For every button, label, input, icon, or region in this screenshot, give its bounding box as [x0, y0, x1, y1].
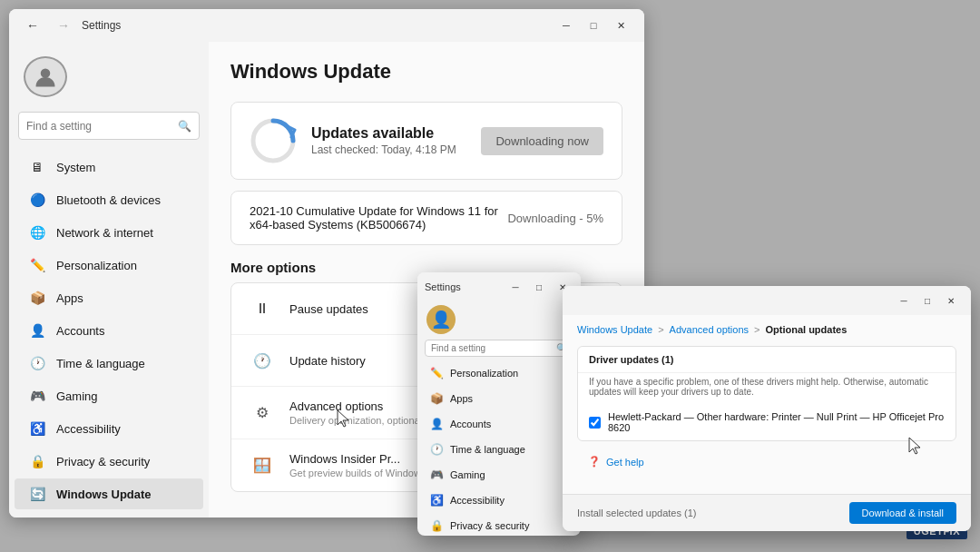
sidebar-item-label: Apps	[56, 291, 83, 305]
sidebar-item-privacy[interactable]: 🔒 Privacy & security	[15, 446, 203, 477]
sidebar-item-sm-accessibility[interactable]: ♿ Accessibility	[421, 488, 577, 512]
search-input[interactable]	[26, 120, 178, 133]
label: Gaming	[450, 469, 485, 480]
privacy-icon: 🔒	[29, 453, 45, 469]
page-title: Windows Update	[230, 60, 622, 84]
sidebar-item-label: Accounts	[56, 324, 104, 338]
minimize-btn-opt[interactable]: ─	[893, 290, 915, 311]
install-button[interactable]: Download & install	[849, 502, 957, 524]
sidebar-item-sm-accounts[interactable]: 👤 Accounts	[421, 412, 577, 436]
sidebar-item-gaming[interactable]: 🎮 Gaming	[15, 380, 203, 411]
sidebar-item-label: Network & internet	[56, 226, 153, 240]
advanced-icon: ⚙	[250, 400, 275, 426]
maximize-btn-opt[interactable]: □	[916, 290, 938, 311]
sidebar: 🔍 🖥 System 🔵 Bluetooth & devices 🌐 Netwo…	[9, 42, 209, 518]
label: Accessibility	[450, 495, 505, 506]
accessibility-icon-sm: ♿	[430, 494, 443, 507]
optional-title-bar: ─ □ ✕	[563, 286, 971, 315]
get-help[interactable]: ❓ Get help	[577, 450, 956, 473]
label: Apps	[450, 393, 473, 404]
search-input-2[interactable]	[431, 343, 556, 353]
sidebar-item-label: System	[56, 161, 95, 174]
sidebar-item-apps[interactable]: 📦 Apps	[15, 282, 203, 313]
sidebar-item-sm-apps[interactable]: 📦 Apps	[421, 387, 577, 410]
label: Privacy & security	[450, 520, 529, 531]
sidebar-item-accounts[interactable]: 👤 Accounts	[15, 315, 203, 346]
accounts-icon: 👤	[29, 322, 45, 339]
breadcrumb-windows-update[interactable]: Windows Update	[577, 324, 652, 335]
personalization-icon: ✏️	[29, 257, 45, 273]
pause-icon: ⏸	[250, 296, 275, 321]
optional-footer: Install selected updates (1) Download & …	[563, 494, 971, 531]
driver-item-label: Hewlett-Packard — Other hardware: Printe…	[608, 411, 945, 433]
driver-section: Driver updates (1) If you have a specifi…	[577, 346, 956, 441]
sidebar-item-label: Windows Update	[56, 488, 152, 501]
close-btn-opt[interactable]: ✕	[940, 290, 962, 311]
sidebar-item-network[interactable]: 🌐 Network & internet	[15, 217, 203, 248]
insider-icon: 🪟	[250, 453, 275, 478]
avatar-2: 👤	[426, 305, 456, 334]
download-item: 2021-10 Cumulative Update for Windows 11…	[230, 191, 622, 245]
get-help-label: Get help	[606, 457, 644, 468]
breadcrumb-advanced-options[interactable]: Advanced options	[670, 324, 749, 335]
optional-window-controls: ─ □ ✕	[893, 290, 962, 311]
update-subtitle: Last checked: Today, 4:18 PM	[311, 143, 466, 156]
time-icon-sm: 🕐	[430, 443, 443, 456]
driver-checkbox[interactable]	[589, 417, 601, 429]
sidebar-item-accessibility[interactable]: ♿ Accessibility	[15, 413, 203, 444]
sidebar-item-label: Bluetooth & devices	[56, 193, 161, 207]
download-button[interactable]: Downloading now	[481, 127, 603, 155]
update-status: Updates available	[311, 125, 466, 142]
second-window-title: Settings	[425, 281, 461, 292]
sidebar-item-personalization[interactable]: ✏️ Personalization	[15, 250, 203, 281]
apps-icon-sm: 📦	[430, 392, 443, 405]
back-button[interactable]: ←	[20, 13, 45, 38]
help-icon: ❓	[588, 456, 601, 468]
driver-item: Hewlett-Packard — Other hardware: Printe…	[578, 404, 956, 440]
title-bar-controls: ← →	[20, 13, 76, 38]
maximize-button[interactable]: □	[581, 13, 606, 38]
download-item-name: 2021-10 Cumulative Update for Windows 11…	[250, 204, 507, 232]
sidebar-item-label: Accessibility	[56, 422, 121, 436]
label: Time & language	[450, 444, 525, 455]
search-box[interactable]: 🔍	[18, 112, 200, 140]
personalization-icon-sm: ✏️	[430, 367, 443, 380]
optional-updates-window: ─ □ ✕ Windows Update > Advanced options …	[563, 286, 971, 531]
update-card: Updates available Last checked: Today, 4…	[230, 102, 622, 180]
update-info: Updates available Last checked: Today, 4…	[311, 125, 466, 156]
accessibility-icon: ♿	[29, 420, 45, 437]
avatar[interactable]	[24, 56, 67, 97]
install-count: Install selected updates (1)	[577, 508, 696, 518]
search-box-2[interactable]: 🔍	[425, 340, 573, 357]
download-item-status: Downloading - 5%	[507, 212, 603, 225]
sidebar-item-sm-privacy[interactable]: 🔒 Privacy & security	[421, 514, 577, 536]
network-icon: 🌐	[29, 224, 45, 241]
window-title: Settings	[82, 19, 121, 32]
sidebar-item-time[interactable]: 🕐 Time & language	[15, 348, 203, 379]
forward-button[interactable]: →	[51, 13, 76, 38]
sidebar-item-label: Personalization	[56, 259, 137, 272]
sidebar-item-system[interactable]: 🖥 System	[15, 152, 203, 182]
sidebar-item-sm-gaming[interactable]: 🎮 Gaming	[421, 463, 577, 487]
sidebar-item-label: Time & language	[56, 357, 145, 370]
title-bar: ← → Settings ─ □ ✕	[9, 9, 644, 42]
label: Personalization	[450, 368, 518, 379]
apps-icon: 📦	[29, 290, 45, 306]
minimize-button[interactable]: ─	[554, 13, 579, 38]
update-icon: 🔄	[29, 486, 45, 502]
search-icon: 🔍	[178, 120, 191, 133]
label: Accounts	[450, 419, 491, 429]
close-button[interactable]: ✕	[608, 13, 633, 38]
privacy-icon-sm: 🔒	[430, 519, 443, 532]
breadcrumb-current: Optional updates	[765, 324, 847, 335]
sidebar-item-windows-update[interactable]: 🔄 Windows Update	[15, 478, 203, 509]
sidebar-item-label: Privacy & security	[56, 455, 150, 468]
maximize-btn-2[interactable]: □	[528, 276, 550, 298]
sidebar-item-bluetooth[interactable]: 🔵 Bluetooth & devices	[15, 184, 203, 215]
minimize-btn-2[interactable]: ─	[505, 276, 526, 298]
sidebar-item-label: Gaming	[56, 389, 98, 403]
bluetooth-icon: 🔵	[29, 192, 45, 208]
sidebar-item-sm-personalization[interactable]: ✏️ Personalization	[421, 361, 577, 385]
sidebar-item-sm-time[interactable]: 🕐 Time & language	[421, 438, 577, 461]
breadcrumb-sep-1: >	[658, 324, 663, 335]
